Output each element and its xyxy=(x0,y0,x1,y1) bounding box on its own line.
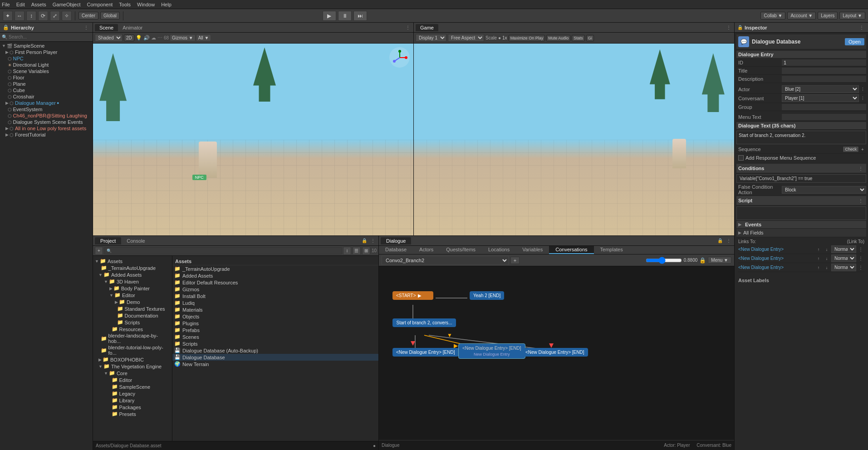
hierarchy-item-directionallight[interactable]: ☀ Directional Light xyxy=(0,62,93,68)
file-gizmos[interactable]: 📁 Gizmos xyxy=(172,286,378,293)
tree-blender-landscape[interactable]: 📁 blender-landscape-by-hob... xyxy=(93,333,172,344)
hierarchy-item-dialoguemanager[interactable]: ▶ ⬡ Dialogue Manager ● xyxy=(0,100,93,106)
tree-terraonautoupgrade[interactable]: 📁 _TerrainAutoUpgrade xyxy=(93,264,172,271)
inspector-options[interactable]: ⋮ xyxy=(858,24,865,31)
game-gizmos[interactable]: Gi xyxy=(586,35,594,41)
tree-functions[interactable]: 📁 SampleScene xyxy=(93,383,172,390)
open-button[interactable]: Open xyxy=(845,38,864,45)
link-up-1[interactable]: ↑ xyxy=(815,246,822,253)
link-options-3[interactable]: ⋮ xyxy=(857,264,864,271)
game-viewport[interactable] xyxy=(414,44,734,235)
global-local[interactable]: Global xyxy=(100,12,120,20)
menu-file[interactable]: File xyxy=(2,2,10,7)
all-layers[interactable]: All ▼ xyxy=(196,35,211,41)
project-options[interactable]: ⋮ xyxy=(369,237,377,245)
node-branch[interactable]: Start of branch 2, convers... xyxy=(392,318,456,327)
file-ludiq[interactable]: 📁 Ludiq xyxy=(172,299,378,306)
menu-tools[interactable]: Tools xyxy=(119,2,131,7)
tree-packages[interactable]: 📁 Packages xyxy=(93,404,172,411)
tab-conversations[interactable]: Conversations xyxy=(549,246,593,254)
node-new1[interactable]: <New Dialogue Entry> [END] xyxy=(392,348,459,357)
hierarchy-item-dialoguesceneevents[interactable]: ⬡ Dialogue System Scene Events xyxy=(0,119,93,125)
file-dialogue-db[interactable]: 💾 Dialogue Database xyxy=(172,354,378,361)
description-field[interactable] xyxy=(782,76,866,82)
gizmos-btn[interactable]: Gizmos ▼ xyxy=(170,35,195,41)
create-asset-button[interactable]: + xyxy=(95,247,103,255)
hierarchy-item-ch46[interactable]: ⬡ Ch46_nonPBR@Sitting Laughing xyxy=(0,112,93,119)
tab-actors[interactable]: Actors xyxy=(413,246,440,254)
hierarchy-item-cube[interactable]: ⬡ Cube xyxy=(0,87,93,93)
tool-hand[interactable]: ✦ xyxy=(3,11,13,21)
tab-database[interactable]: Database xyxy=(379,246,413,254)
add-response-cb[interactable] xyxy=(738,155,744,161)
link-entry-3[interactable]: <New Dialogue Entry> xyxy=(738,265,814,270)
title-field[interactable] xyxy=(782,68,866,74)
menu-assets[interactable]: Assets xyxy=(31,2,46,7)
tree-blender-tutorial[interactable]: 📁 blender-tutorial-low-poly-fo... xyxy=(93,344,172,356)
hierarchy-options[interactable]: ⋮ xyxy=(83,24,90,31)
new-conversation-btn[interactable]: + xyxy=(510,257,520,264)
tree-presets[interactable]: 📁 Presets xyxy=(93,411,172,417)
conditions-options[interactable]: ⋮ xyxy=(857,165,864,172)
inspector-lock-icon[interactable]: 🔒 xyxy=(737,25,743,30)
tree-assets[interactable]: ▼ 📁 Assets xyxy=(93,258,172,264)
file-materials[interactable]: 📁 Materials xyxy=(172,306,378,313)
game-options[interactable]: ⋮ xyxy=(725,24,732,31)
tree-legacy[interactable]: 📁 Legacy xyxy=(93,390,172,397)
menu-btn[interactable]: Menu ▼ xyxy=(708,257,731,264)
scene-viewport[interactable]: NPC xyxy=(93,44,413,235)
link-normal-3[interactable]: Normal xyxy=(831,264,856,271)
condition-value[interactable]: Variable["Convo1_Branch2"] == true xyxy=(736,174,866,183)
conversant-options[interactable]: ⋮ xyxy=(859,95,866,102)
file-editordefault[interactable]: 📁 Editor Default Resources xyxy=(172,279,378,286)
dialogue-options[interactable]: ⋮ xyxy=(725,237,732,245)
link-options-1[interactable]: ⋮ xyxy=(857,246,864,253)
sequence-options[interactable]: + xyxy=(859,146,866,153)
file-plugins[interactable]: 📁 Plugins xyxy=(172,320,378,327)
node-new2[interactable]: <New Dialogue Entry> [END] New Dialogue … xyxy=(458,343,525,359)
link-normal-2[interactable]: Normal xyxy=(831,254,856,262)
menu-edit[interactable]: Edit xyxy=(16,2,25,7)
project-lock[interactable]: 🔒 xyxy=(361,237,368,245)
link-entry-2[interactable]: <New Dialogue Entry> xyxy=(738,256,814,261)
link-normal-1[interactable]: Normal xyxy=(831,245,856,253)
mute-audio[interactable]: Mute Audio xyxy=(546,35,570,41)
tree-3dhaven[interactable]: ▼ 📁 3D Haven xyxy=(93,278,172,285)
project-sort2[interactable]: ☰ xyxy=(353,247,361,255)
project-view-toggle[interactable]: ⊞ xyxy=(362,247,370,255)
dialogue-text-field[interactable]: Start of branch 2, conversation 2. xyxy=(736,131,866,144)
tool-rect[interactable]: ⤢ xyxy=(50,11,60,21)
script-field[interactable] xyxy=(736,206,866,220)
file-dialogue-db-backup[interactable]: 💾 Dialogue Database (Auto-Backup) xyxy=(172,347,378,354)
project-search-input[interactable] xyxy=(112,248,339,253)
maximize-on-play[interactable]: Maximize On Play xyxy=(509,35,545,41)
group-field[interactable] xyxy=(782,104,866,110)
file-scripts[interactable]: 📁 Scripts xyxy=(172,340,378,347)
link-up-3[interactable]: ↑ xyxy=(815,264,822,271)
check-btn[interactable]: Check xyxy=(843,146,859,152)
tab-project[interactable]: Project xyxy=(95,237,121,245)
node-start[interactable]: <START> ▶ xyxy=(392,291,433,300)
tree-core-editor[interactable]: 📁 Editor xyxy=(93,377,172,383)
dialogue-node-graph[interactable]: <START> ▶ Yeah 2 [END] Start of branch 2… xyxy=(379,266,734,440)
aspect-select[interactable]: Free Aspect xyxy=(448,34,484,42)
tree-boxophobic[interactable]: ▶ 📁 BOXOPHOBIC xyxy=(93,356,172,363)
tree-editor[interactable]: ▼ 📁 Editor xyxy=(93,292,172,298)
tab-scene[interactable]: Scene xyxy=(95,24,118,31)
tree-documentation[interactable]: 📁 Documentation xyxy=(93,312,172,319)
tree-resources[interactable]: 📁 Resources xyxy=(93,326,172,333)
link-options-2[interactable]: ⋮ xyxy=(857,255,864,262)
tree-core[interactable]: ▼ 📁 Core xyxy=(93,370,172,377)
collab-button[interactable]: Collab ▼ xyxy=(760,12,785,20)
link-entry-1[interactable]: <New Dialogue Entry> xyxy=(738,247,814,252)
node-yeah2[interactable]: Yeah 2 [END] xyxy=(470,291,504,300)
display-select[interactable]: Display 1 xyxy=(416,34,446,42)
all-fields-header[interactable]: ▶ All Fields xyxy=(736,229,866,237)
false-action-select[interactable]: Block xyxy=(782,186,866,194)
dialogue-lock[interactable]: 🔒 xyxy=(716,237,724,245)
tree-addedassets[interactable]: ▼ 📁 Added Assets xyxy=(93,271,172,278)
tree-vegetation-engine[interactable]: ▼ 📁 The Vegetation Engine xyxy=(93,363,172,370)
hierarchy-item-npc[interactable]: ⬡ NPC xyxy=(0,55,93,62)
play-button[interactable]: ▶ xyxy=(323,11,336,21)
menu-gameobject[interactable]: GameObject xyxy=(53,2,81,7)
